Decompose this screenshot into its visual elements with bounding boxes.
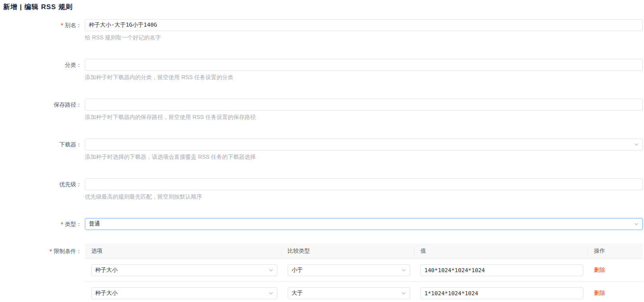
column-header-option: 选项: [85, 244, 281, 258]
category-help: 添加种子时下载器内的分类，留空使用 RSS 任务设置的分类: [85, 73, 643, 81]
option-select[interactable]: 种子大小: [91, 287, 277, 299]
rss-rule-form-page: 新增 | 编辑 RSS 规则 *别名： 给 RSS 规则取一个好记的名字 分类：…: [0, 0, 644, 302]
save-path-field: 保存路径： 添加种子时下载器内的保存路径，留空使用 RSS 任务设置的保存路径: [3, 99, 643, 121]
chevron-down-icon: [268, 267, 274, 273]
type-select[interactable]: 普通: [85, 218, 643, 230]
page-title: 新增 | 编辑 RSS 规则: [3, 2, 643, 12]
comparator-select[interactable]: 小于: [288, 264, 410, 276]
alias-label: *别名：: [3, 19, 85, 41]
chevron-down-icon: [401, 267, 406, 273]
comparator-select[interactable]: 大于: [288, 287, 410, 299]
downloader-help: 添加种子时选择的下载器，该选项会直接覆盖 RSS 任务的下载器选择: [85, 153, 643, 161]
save-path-input[interactable]: [85, 99, 643, 111]
chevron-down-icon: [634, 221, 639, 227]
downloader-label: 下载器：: [3, 138, 85, 161]
condition-row: 种子大小 小于 删除: [85, 259, 643, 282]
chevron-down-icon: [634, 142, 639, 147]
downloader-select[interactable]: [85, 138, 643, 150]
priority-label: 优先级：: [3, 178, 85, 201]
alias-field: *别名： 给 RSS 规则取一个好记的名字: [3, 19, 643, 41]
conditions-label: *限制条件：: [3, 244, 85, 302]
alias-help: 给 RSS 规则取一个好记的名字: [85, 33, 643, 41]
value-input[interactable]: [420, 264, 583, 276]
priority-help: 优先级最高的规则最先匹配，留空则按默认顺序: [85, 193, 643, 201]
save-path-help: 添加种子时下载器内的保存路径，留空使用 RSS 任务设置的保存路径: [85, 113, 643, 121]
downloader-field: 下载器： 添加种子时选择的下载器，该选项会直接覆盖 RSS 任务的下载器选择: [3, 138, 643, 161]
type-field: *类型： 普通: [3, 218, 643, 230]
option-select[interactable]: 种子大小: [91, 264, 277, 276]
category-label: 分类：: [3, 59, 85, 81]
value-input[interactable]: [420, 287, 583, 299]
condition-row: 种子大小 大于 删除: [85, 282, 643, 302]
category-input[interactable]: [85, 59, 643, 71]
priority-input[interactable]: [85, 178, 643, 190]
required-asterisk: *: [49, 248, 52, 254]
conditions-table: 选项 比较类型 值 操作 种子大小 小于: [85, 244, 643, 302]
alias-input[interactable]: [85, 19, 643, 31]
column-header-comparator: 比较类型: [281, 244, 414, 258]
required-asterisk: *: [61, 221, 63, 227]
delete-link[interactable]: 删除: [594, 290, 605, 296]
required-asterisk: *: [61, 22, 63, 28]
type-label: *类型：: [3, 218, 85, 230]
chevron-down-icon: [268, 290, 274, 296]
delete-link[interactable]: 删除: [594, 267, 605, 273]
column-header-action: 操作: [587, 244, 643, 258]
conditions-field: *限制条件： 选项 比较类型 值 操作 种子大小: [3, 244, 643, 302]
category-field: 分类： 添加种子时下载器内的分类，留空使用 RSS 任务设置的分类: [3, 59, 643, 81]
save-path-label: 保存路径：: [3, 99, 85, 121]
priority-field: 优先级： 优先级最高的规则最先匹配，留空则按默认顺序: [3, 178, 643, 201]
chevron-down-icon: [401, 290, 406, 296]
conditions-table-header: 选项 比较类型 值 操作: [85, 244, 643, 259]
column-header-value: 值: [414, 244, 587, 258]
